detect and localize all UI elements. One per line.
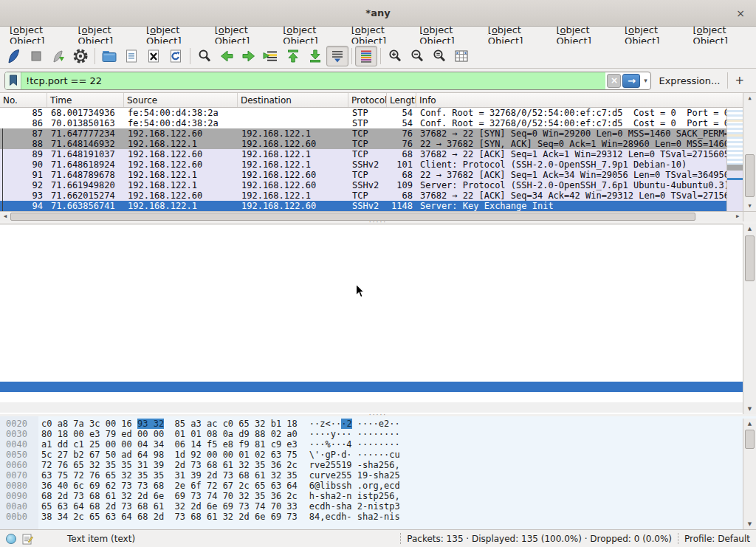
scroll-up-icon[interactable]: ▲ bbox=[743, 419, 756, 429]
detail-line[interactable]: ▸SSH Version 2 (encryption:chacha20_poly… bbox=[0, 413, 756, 414]
go-to-packet-icon[interactable] bbox=[260, 46, 282, 66]
display-filter-field[interactable] bbox=[5, 72, 605, 89]
packet-minimap[interactable] bbox=[726, 108, 743, 211]
zoom-in-icon[interactable] bbox=[384, 46, 406, 66]
open-file-icon[interactable] bbox=[98, 46, 120, 66]
packet-row[interactable]: 91 71.648789678 192.168.122.1 192.168.12… bbox=[0, 170, 756, 180]
detail-line[interactable]: Urgent pointer: 0 bbox=[0, 351, 756, 361]
detail-line[interactable]: ▸Flags: 0x018 (PSH, ACK) bbox=[0, 289, 756, 299]
packet-list-vscrollbar[interactable]: ▲ ▼ bbox=[743, 93, 756, 211]
column-header-no[interactable]: No. bbox=[0, 93, 47, 107]
packet-row[interactable]: 86 70.013850163 fe:54:00:d4:38:2a STP 54… bbox=[0, 118, 756, 128]
start-capture-icon[interactable] bbox=[3, 46, 25, 66]
scroll-down-icon[interactable]: ▼ bbox=[743, 404, 756, 414]
stop-capture-icon[interactable] bbox=[25, 46, 47, 66]
go-first-icon[interactable] bbox=[282, 46, 304, 66]
filter-clear-icon[interactable]: × bbox=[607, 74, 621, 88]
detail-line[interactable]: ▸Options: (12 bytes), No-Operation (NOP)… bbox=[0, 361, 756, 371]
hex-row[interactable]: 0080 36 40 6c 69 62 73 73 68 2e 6f 72 67… bbox=[0, 481, 756, 491]
column-header-destination[interactable]: Destination bbox=[238, 93, 348, 107]
scroll-thumb[interactable] bbox=[745, 235, 755, 281]
packet-row[interactable]: 89 71.648191037 192.168.122.60 192.168.1… bbox=[0, 149, 756, 159]
bytes-vscrollbar[interactable]: ▲ ▼ bbox=[743, 419, 756, 529]
hex-row[interactable]: 00a0 65 63 64 68 2d 73 68 61 32 2d 6e 69… bbox=[0, 501, 756, 512]
column-header-info[interactable]: Info bbox=[416, 93, 756, 107]
column-header-source[interactable]: Source bbox=[124, 93, 238, 107]
go-forward-icon[interactable] bbox=[238, 46, 260, 66]
expression-button[interactable]: Expression... bbox=[651, 75, 727, 86]
expert-info-icon[interactable] bbox=[6, 534, 16, 544]
detail-line[interactable]: ▾SSH Protocol bbox=[0, 402, 756, 413]
capture-options-icon[interactable] bbox=[69, 46, 92, 66]
detail-line[interactable]: ▸[SEQ/ACK analysis] bbox=[0, 371, 756, 382]
hex-row[interactable]: 0040 a1 dd c1 25 00 00 04 34 06 14 f5 e8… bbox=[0, 439, 756, 450]
filter-bookmark-icon[interactable] bbox=[5, 72, 21, 89]
detail-line[interactable]: Checksum: 0x79ed [unverified] bbox=[0, 330, 756, 340]
scroll-down-icon[interactable]: ▼ bbox=[743, 519, 756, 529]
scroll-thumb[interactable] bbox=[745, 430, 755, 449]
scroll-up-icon[interactable]: ▲ bbox=[743, 93, 756, 103]
go-last-icon[interactable] bbox=[304, 46, 326, 66]
detail-line[interactable]: [Stream index: 0] bbox=[0, 227, 756, 237]
packet-list-pane: No. Time Source Destination Protocol Len… bbox=[0, 93, 756, 221]
title-bar[interactable]: *any × bbox=[0, 0, 756, 27]
details-vscrollbar[interactable]: ▲ ▼ bbox=[743, 224, 756, 414]
detail-line[interactable]: TCP payload (1080 bytes) bbox=[0, 392, 756, 402]
packet-list-hscrollbar[interactable]: ◀ ▶ bbox=[0, 211, 743, 221]
zoom-out-icon[interactable] bbox=[406, 46, 428, 66]
packet-row[interactable]: 94 71.663856741 192.168.122.1 192.168.12… bbox=[0, 201, 756, 211]
detail-line[interactable]: Sequence number: 42 (relative sequence n… bbox=[0, 247, 756, 258]
restart-capture-icon[interactable] bbox=[47, 46, 69, 66]
scroll-down-icon[interactable]: ▼ bbox=[743, 201, 756, 211]
close-window-button[interactable]: × bbox=[734, 7, 747, 20]
packet-row[interactable]: 90 71.648618924 192.168.122.60 192.168.1… bbox=[0, 159, 756, 170]
detail-line[interactable]: [TCP Segment Len: 1080] bbox=[0, 237, 756, 247]
scroll-left-icon[interactable]: ◀ bbox=[0, 212, 10, 221]
hex-row[interactable]: 0050 5c 27 b2 67 50 ad 64 98 1d 92 00 00… bbox=[0, 450, 756, 460]
packet-protocol: SSHv2 bbox=[348, 201, 387, 211]
capture-comment-icon[interactable] bbox=[22, 533, 33, 545]
detail-line[interactable]: [Next sequence number: 1122 (relative se… bbox=[0, 258, 756, 268]
scroll-up-icon[interactable]: ▲ bbox=[743, 224, 756, 234]
auto-scroll-icon[interactable] bbox=[326, 46, 348, 66]
save-file-icon[interactable] bbox=[120, 46, 142, 66]
packet-row[interactable]: 93 71.662015274 192.168.122.60 192.168.1… bbox=[0, 190, 756, 201]
detail-line[interactable]: ▸[Timestamps] bbox=[0, 382, 756, 392]
column-header-protocol[interactable]: Protocol bbox=[348, 93, 387, 107]
column-header-length[interactable]: Length bbox=[387, 93, 416, 107]
detail-line[interactable]: [Calculated window size: 29056] bbox=[0, 309, 756, 320]
scroll-thumb[interactable] bbox=[10, 213, 695, 221]
detail-line[interactable]: [Window size scaling factor: 128] bbox=[0, 320, 756, 330]
packet-row[interactable]: 88 71.648146932 192.168.122.1 192.168.12… bbox=[0, 139, 756, 149]
status-profile[interactable]: Profile: Default bbox=[684, 534, 750, 544]
display-filter-input[interactable] bbox=[21, 75, 605, 86]
find-packet-icon[interactable] bbox=[193, 46, 216, 66]
hex-row[interactable]: 0020 c0 a8 7a 3c 00 16 93 32 85 a3 ac c0… bbox=[0, 419, 756, 429]
hex-row[interactable]: 0030 80 18 00 e3 79 ed 00 00 01 01 08 0a… bbox=[0, 429, 756, 439]
go-back-icon[interactable] bbox=[216, 46, 238, 66]
resize-columns-icon[interactable] bbox=[450, 46, 472, 66]
colorize-icon[interactable] bbox=[355, 46, 377, 66]
detail-line[interactable]: [Checksum Status: Unverified] bbox=[0, 340, 756, 351]
hex-row[interactable]: 0090 68 2d 73 68 61 32 2d 6e 69 73 74 70… bbox=[0, 491, 756, 501]
reload-file-icon[interactable] bbox=[165, 46, 187, 66]
column-header-time[interactable]: Time bbox=[47, 93, 124, 107]
close-file-icon[interactable] bbox=[142, 46, 165, 66]
detail-line[interactable]: Acknowledgment number: 34 (relative ack … bbox=[0, 268, 756, 278]
packet-row[interactable]: 85 68.001734936 fe:54:00:d4:38:2a STP 54… bbox=[0, 108, 756, 118]
zoom-reset-icon[interactable] bbox=[428, 46, 450, 66]
filter-dropdown-icon[interactable]: ▾ bbox=[640, 77, 650, 84]
packet-row[interactable]: 92 71.661949820 192.168.122.1 192.168.12… bbox=[0, 180, 756, 190]
hex-row[interactable]: 0060 72 76 65 32 35 35 31 39 2d 73 68 61… bbox=[0, 460, 756, 470]
scroll-thumb[interactable] bbox=[745, 154, 755, 197]
filter-apply-icon[interactable]: → bbox=[622, 74, 640, 88]
add-filter-button[interactable]: + bbox=[728, 74, 752, 87]
packet-row[interactable]: 87 71.647777234 192.168.122.60 192.168.1… bbox=[0, 128, 756, 139]
detail-line[interactable]: Window size value: 227 bbox=[0, 299, 756, 309]
menu-bar: [object Object][object Object][object Ob… bbox=[0, 27, 756, 44]
hex-row[interactable]: 0070 63 75 72 76 65 32 35 35 31 39 2d 73… bbox=[0, 470, 756, 481]
detail-line[interactable]: 1000 .... = Header Length: 32 bytes (8) bbox=[0, 278, 756, 289]
packet-info: Conf. Root = 32768/0/52:54:00:ef:c7:d5 C… bbox=[416, 108, 756, 118]
scroll-right-icon[interactable]: ▶ bbox=[732, 212, 743, 221]
hex-row[interactable]: 00b0 38 34 2c 65 63 64 68 2d 73 68 61 32… bbox=[0, 512, 756, 522]
